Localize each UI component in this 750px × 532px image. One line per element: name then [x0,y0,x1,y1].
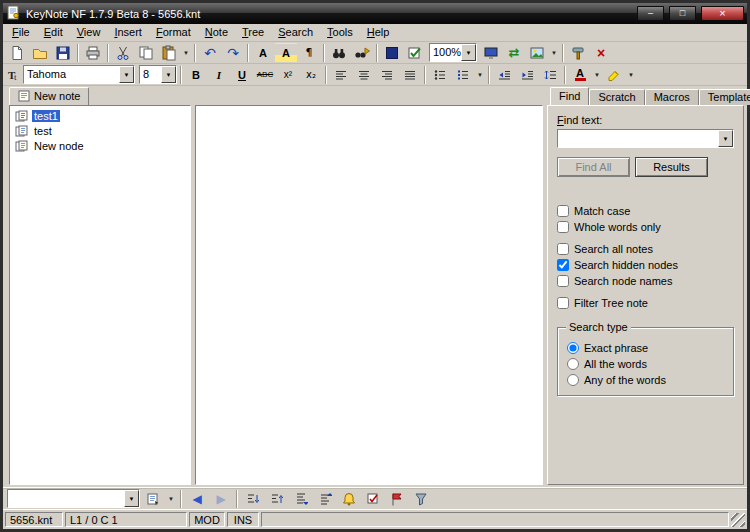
whole-words-input[interactable] [557,221,569,233]
paste-dropdown-icon[interactable]: ▼ [181,43,191,63]
find-button[interactable] [328,43,350,63]
history-forward-button[interactable]: ▶ [210,489,232,509]
align-left-button[interactable] [330,65,352,85]
checklist-button[interactable] [404,43,426,63]
minimize-button[interactable]: – [637,6,664,21]
paste-button[interactable] [158,43,180,63]
font-color-button[interactable]: A [569,65,591,85]
save-file-button[interactable] [52,43,74,63]
resize-grip[interactable] [731,513,745,527]
search-hidden-nodes-checkbox[interactable]: Search hidden nodes [557,257,734,273]
all-words-input[interactable] [567,358,579,370]
menu-format[interactable]: Format [149,25,198,40]
fullscreen-button[interactable] [480,43,502,63]
delete-button[interactable]: × [590,43,612,63]
superscript-button[interactable]: x² [277,65,299,85]
all-words-radio[interactable]: All the words [567,356,727,372]
flag-node-button[interactable] [386,489,408,509]
line-spacing-button[interactable] [539,65,561,85]
align-center-button[interactable] [353,65,375,85]
search-node-names-input[interactable] [557,275,569,287]
style-dropdown-icon[interactable]: ▼ [124,490,139,507]
search-all-notes-input[interactable] [557,243,569,255]
note-tab-new-note[interactable]: New note [9,87,89,105]
tools-button[interactable] [567,43,589,63]
whole-words-checkbox[interactable]: Whole words only [557,219,734,235]
style-select[interactable]: ▼ [7,489,140,508]
expand-node-button[interactable] [242,489,264,509]
align-justify-button[interactable] [399,65,421,85]
menu-edit[interactable]: Edit [37,25,70,40]
find-next-button[interactable] [351,43,373,63]
menu-file[interactable]: File [5,25,37,40]
checkbox-mode-button[interactable] [362,489,384,509]
print-button[interactable] [82,43,104,63]
filter-tree-input[interactable] [557,297,569,309]
exact-phrase-radio[interactable]: Exact phrase [567,340,727,356]
align-right-button[interactable] [376,65,398,85]
image-dropdown-icon[interactable]: ▼ [549,43,559,63]
font-size-select[interactable]: 8 ▼ [139,65,177,84]
paragraph-marks-button[interactable]: ¶ [298,43,320,63]
subscript-button[interactable]: x₂ [300,65,322,85]
menu-tools[interactable]: Tools [320,25,360,40]
exact-phrase-input[interactable] [567,342,579,354]
highlight-dialog-button[interactable]: A [275,43,297,63]
history-back-button[interactable]: ◀ [186,489,208,509]
menu-insert[interactable]: Insert [107,25,149,40]
zoom-select[interactable]: 100% ▼ [429,43,477,62]
numbered-list-dropdown-icon[interactable]: ▼ [475,65,485,85]
zoom-dropdown-icon[interactable]: ▼ [461,44,476,61]
tab-macros[interactable]: Macros [645,89,699,105]
undo-button[interactable]: ↶ [199,43,221,63]
open-file-button[interactable] [29,43,51,63]
indent-button[interactable] [516,65,538,85]
refresh-button[interactable]: ⇄ [503,43,525,63]
tree-node[interactable]: test1 [10,108,190,123]
font-size-dropdown-icon[interactable]: ▼ [161,66,176,83]
tab-scratch[interactable]: Scratch [589,89,644,105]
any-words-input[interactable] [567,374,579,386]
tab-templates[interactable]: Templates [699,89,750,105]
highlight-color-button[interactable] [603,65,625,85]
match-case-input[interactable] [557,205,569,217]
results-button[interactable]: Results [635,157,708,177]
alarm-button[interactable] [338,489,360,509]
highlight-dropdown-icon[interactable]: ▼ [626,65,636,85]
font-name-dropdown-icon[interactable]: ▼ [119,66,134,83]
tree-node[interactable]: New node [10,138,190,153]
close-button[interactable]: × [701,6,744,21]
font-dialog-button[interactable]: A [252,43,274,63]
previous-node-button[interactable] [290,489,312,509]
menu-search[interactable]: Search [271,25,320,40]
tab-find[interactable]: Find [550,87,589,105]
background-color-button[interactable] [381,43,403,63]
find-text-dropdown-icon[interactable]: ▼ [718,130,733,147]
find-all-button[interactable]: Find All [557,157,630,177]
match-case-checkbox[interactable]: Match case [557,203,734,219]
editor-area[interactable] [195,105,543,485]
italic-button[interactable]: I [208,65,230,85]
search-hidden-nodes-input[interactable] [557,259,569,271]
any-words-radio[interactable]: Any of the words [567,372,727,388]
collapse-node-button[interactable] [266,489,288,509]
search-all-notes-checkbox[interactable]: Search all notes [557,241,734,257]
outdent-button[interactable] [493,65,515,85]
menu-note[interactable]: Note [198,25,235,40]
new-file-button[interactable] [6,43,28,63]
font-color-dropdown-icon[interactable]: ▼ [592,65,602,85]
apply-style-dropdown-icon[interactable]: ▼ [166,489,176,509]
bold-button[interactable]: B [185,65,207,85]
menu-tree[interactable]: Tree [235,25,271,40]
find-text-value[interactable] [558,130,718,147]
menu-help[interactable]: Help [360,25,397,40]
bullet-list-button[interactable] [429,65,451,85]
underline-button[interactable]: U [231,65,253,85]
numbered-list-button[interactable] [452,65,474,85]
filter-tree-checkbox[interactable]: Filter Tree note [557,295,734,311]
find-text-input[interactable]: ▼ [557,129,734,148]
filter-tree-button[interactable] [410,489,432,509]
apply-style-button[interactable] [142,489,164,509]
maximize-button[interactable]: □ [669,6,696,21]
font-name-select[interactable]: Tahoma ▼ [23,65,135,84]
